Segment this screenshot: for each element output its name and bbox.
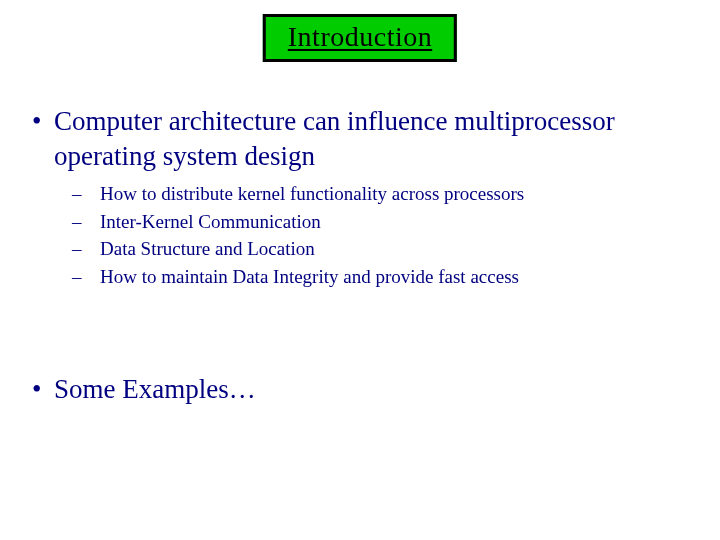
bullet-level1: • Some Examples… [32, 372, 700, 407]
bullet1-text: Some Examples… [54, 372, 700, 407]
bullet-dash-icon: – [72, 235, 100, 263]
bullet-dot-icon: • [32, 372, 54, 407]
slide: Introduction • Computer architecture can… [0, 0, 720, 540]
bullet2-text: Data Structure and Location [100, 235, 700, 263]
bullet-level2: – How to maintain Data Integrity and pro… [72, 263, 700, 291]
second-block: • Some Examples… [32, 372, 700, 413]
bullet-level1: • Computer architecture can influence mu… [32, 104, 700, 174]
bullet2-text: How to distribute kernel functionality a… [100, 180, 700, 208]
bullet-dash-icon: – [72, 263, 100, 291]
bullet1-text: Computer architecture can influence mult… [54, 104, 700, 174]
bullet-dot-icon: • [32, 104, 54, 174]
bullet-level2: – Inter-Kernel Communication [72, 208, 700, 236]
bullet-level2: – Data Structure and Location [72, 235, 700, 263]
body-content: • Computer architecture can influence mu… [32, 104, 700, 290]
slide-title: Introduction [263, 14, 457, 62]
bullet-level2: – How to distribute kernel functionality… [72, 180, 700, 208]
bullet2-text: Inter-Kernel Communication [100, 208, 700, 236]
sub-bullet-list: – How to distribute kernel functionality… [72, 180, 700, 290]
bullet-dash-icon: – [72, 180, 100, 208]
bullet2-text: How to maintain Data Integrity and provi… [100, 263, 700, 291]
bullet-dash-icon: – [72, 208, 100, 236]
